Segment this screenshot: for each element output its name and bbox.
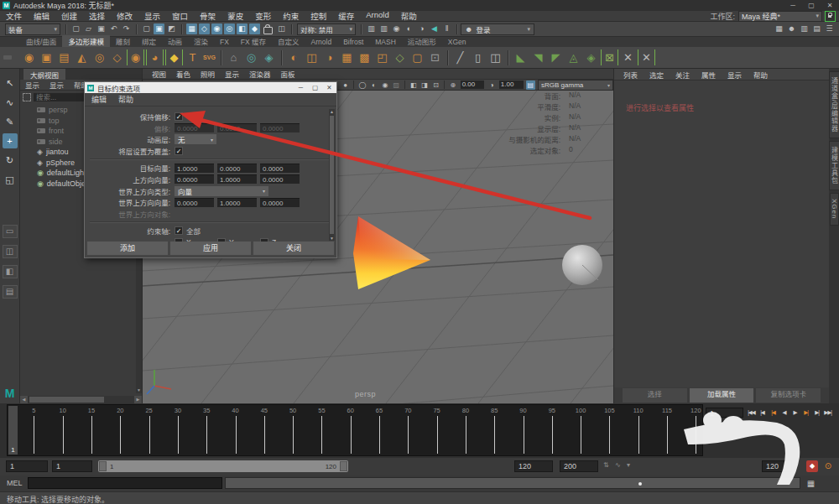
menu-set-selector[interactable]: 装备▾: [5, 23, 60, 35]
playback-end-field[interactable]: 120: [514, 460, 553, 472]
play-forwards-button[interactable]: ▶: [789, 407, 800, 418]
auto-keyframe-toggle[interactable]: ◆: [806, 460, 818, 472]
animation-start-field[interactable]: 1: [6, 460, 48, 472]
ae-button-复制选项卡[interactable]: 复制选项卡: [756, 388, 821, 403]
step-forward-frame-button[interactable]: ▶|: [811, 407, 822, 418]
scale-tool[interactable]: ◱: [3, 172, 18, 187]
viewport-menu-显示[interactable]: 显示: [220, 69, 244, 79]
menubar-item-修改[interactable]: 修改: [111, 10, 138, 22]
shelf-tab-MASH[interactable]: MASH: [369, 37, 402, 47]
sidebar-tab-通道盒/层编辑器[interactable]: 通道盒/层编辑器: [829, 71, 839, 138]
polygon-cube-icon[interactable]: ▣: [39, 49, 55, 65]
center-pivot-icon[interactable]: ⊡: [427, 49, 443, 65]
isolate-select-icon[interactable]: ◧: [409, 81, 418, 90]
polygon-sphere-icon[interactable]: ◉: [21, 49, 37, 65]
layout-four-pane[interactable]: ◫: [3, 245, 18, 258]
attribute-editor-menu-关注[interactable]: 关注: [670, 70, 696, 80]
attribute-editor-menu-选定[interactable]: 选定: [644, 70, 670, 80]
scrollbar-thumb[interactable]: [330, 116, 334, 234]
ipr-render-icon[interactable]: ▥: [378, 23, 389, 34]
attribute-editor-menu-属性[interactable]: 属性: [696, 70, 722, 80]
shaded-display-icon[interactable]: ●: [341, 81, 350, 90]
append-polygon-icon[interactable]: ◥: [530, 49, 546, 65]
menubar-item-Arnold[interactable]: Arnold: [360, 10, 394, 22]
shelf-collapse-handle[interactable]: [3, 55, 12, 60]
close-button[interactable]: ✕: [821, 2, 839, 9]
circle-bracket-icon[interactable]: ◕: [146, 49, 164, 65]
offset-field-2[interactable]: 0.0000: [260, 123, 300, 132]
dialog-scrollbar[interactable]: ▲ ▼: [329, 109, 335, 241]
gamma-icon[interactable]: ◑: [487, 81, 496, 90]
cube-wire-icon[interactable]: ▢: [409, 49, 425, 65]
step-forward-key-button[interactable]: ▶|: [800, 407, 811, 418]
dialog-titlebar[interactable]: M 目标约束选项 ─▢✕: [85, 82, 336, 93]
shelf-tab-绑定[interactable]: 绑定: [136, 35, 162, 47]
scrollbar-track[interactable]: [28, 396, 134, 403]
offset-field-1[interactable]: 0.0000: [217, 123, 257, 132]
range-spinner-icon[interactable]: ⇅: [603, 461, 609, 469]
move-tool[interactable]: +: [3, 133, 18, 148]
dialog-minimize-button[interactable]: ─: [294, 84, 308, 91]
offset-field-0[interactable]: 0.0000: [175, 123, 214, 132]
snap-to-grid-icon[interactable]: ▦: [186, 23, 197, 34]
shelf-tab-曲线/曲面[interactable]: 曲线/曲面: [20, 35, 62, 47]
multi-cut-icon[interactable]: ╱: [452, 49, 468, 65]
quad-draw-icon[interactable]: ⊠: [601, 49, 618, 65]
shelf-tab-动画[interactable]: 动画: [162, 35, 188, 47]
type-tool-icon[interactable]: T: [185, 49, 201, 65]
animation-preferences-icon[interactable]: ⊙: [822, 460, 834, 472]
shelf-tab-多边形建模[interactable]: 多边形建模: [62, 35, 110, 47]
outliner-tab[interactable]: 大纲视图: [23, 69, 65, 80]
layout-hypershade[interactable]: ▤: [3, 285, 18, 299]
aim-vector-field-0[interactable]: 1.0000: [175, 164, 214, 173]
snap-to-point-icon[interactable]: ◉: [211, 23, 222, 34]
select-object-icon[interactable]: ▣: [154, 23, 164, 34]
undo-icon[interactable]: ↶: [108, 23, 119, 34]
go-to-playback-end-button[interactable]: ▶▶|: [822, 407, 833, 418]
outliner-menu-1[interactable]: 显示: [44, 80, 69, 90]
dialog-maximize-button[interactable]: ▢: [308, 84, 322, 91]
snap-to-view-plane-icon[interactable]: ◧: [237, 23, 248, 34]
animation-end-field[interactable]: 200: [560, 460, 598, 472]
layout-single-pane[interactable]: ▭: [3, 225, 18, 238]
menubar-item-显示[interactable]: 显示: [138, 10, 166, 22]
construction-plane-icon[interactable]: ⌂: [226, 49, 242, 65]
dialog-menu-编辑[interactable]: 编辑: [91, 94, 107, 105]
resolution-gate-icon[interactable]: ⊡: [431, 81, 440, 90]
toggle-attribute-editor-icon[interactable]: ▥: [799, 23, 810, 34]
menubar-item-创建[interactable]: 创建: [55, 10, 83, 22]
fill-hole-icon[interactable]: ◣: [513, 49, 529, 65]
set-layer-override-checkbox[interactable]: ✓: [175, 147, 183, 155]
current-frame-marker[interactable]: 1: [8, 406, 18, 455]
shelf-tab-雕刻[interactable]: 雕刻: [110, 35, 136, 47]
dialog-button-应用[interactable]: 应用: [170, 242, 251, 255]
bridge-icon[interactable]: ◇: [392, 49, 408, 65]
scroll-right-icon[interactable]: ▶: [134, 396, 142, 403]
crease-icon[interactable]: ◈: [583, 49, 599, 65]
star-bracket-icon[interactable]: ◆: [165, 49, 183, 65]
constraint-axes-all-checkbox[interactable]: ✓: [175, 226, 183, 235]
xray-icon[interactable]: ◨: [420, 81, 429, 90]
input-operations-icon[interactable]: ◫: [276, 23, 287, 34]
step-back-key-button[interactable]: |◀: [768, 407, 779, 418]
outliner-horizontal-scrollbar[interactable]: ◀ ▶: [20, 396, 142, 403]
shaded-icon[interactable]: ◐: [369, 81, 378, 90]
outliner-menu-0[interactable]: 显示: [20, 80, 44, 90]
up-vector-field-0[interactable]: 0.0000: [175, 174, 214, 184]
polygon-cone-icon[interactable]: ◭: [74, 49, 90, 65]
polygon-cylinder-icon[interactable]: ▤: [56, 49, 72, 65]
shelf-tab-Arnold[interactable]: Arnold: [305, 37, 338, 47]
dialog-button-关闭[interactable]: 关闭: [253, 242, 334, 255]
playback-start-field[interactable]: 1: [52, 460, 92, 472]
delete-edge-icon[interactable]: ✕: [638, 49, 655, 65]
menubar-item-骨架[interactable]: 骨架: [194, 10, 221, 22]
ae-button-选择[interactable]: 选择: [623, 388, 687, 403]
polygon-torus-icon[interactable]: ◎: [91, 49, 107, 65]
sidebar-tab-建模工具包[interactable]: 建模工具包: [829, 141, 839, 190]
new-scene-icon[interactable]: ▢: [70, 23, 81, 34]
svg-tool-icon[interactable]: SVG: [201, 55, 217, 60]
target-weld-icon[interactable]: ◬: [565, 49, 581, 65]
hypershade-icon[interactable]: ◑: [416, 23, 427, 34]
world-up-type-dropdown[interactable]: 向量▾: [175, 186, 268, 196]
dialog-menu-帮助[interactable]: 帮助: [118, 94, 133, 105]
